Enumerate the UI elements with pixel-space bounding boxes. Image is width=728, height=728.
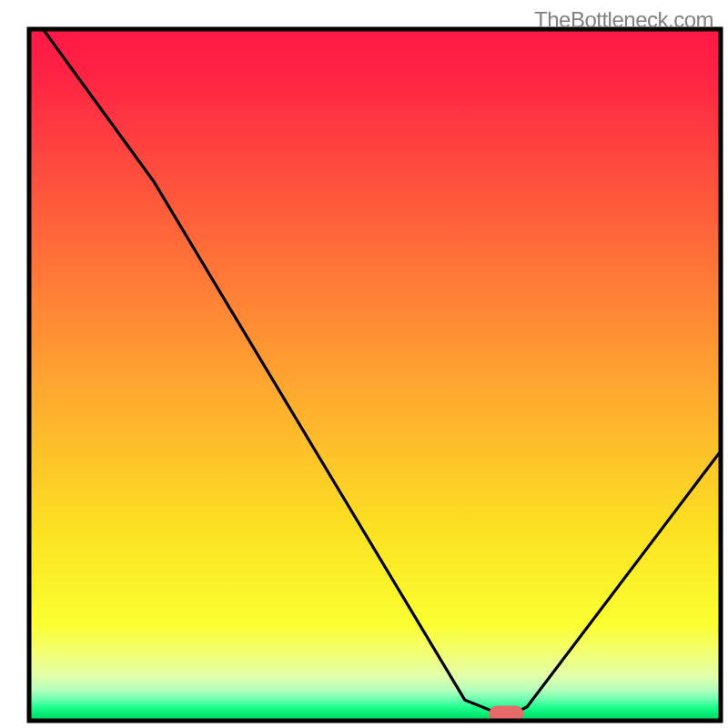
plot-area bbox=[29, 29, 721, 722]
chart-container: { "watermark": "TheBottleneck.com", "cha… bbox=[0, 0, 728, 728]
bottleneck-chart bbox=[0, 0, 728, 728]
watermark-text: TheBottleneck.com bbox=[534, 7, 713, 33]
gradient-background bbox=[29, 29, 721, 721]
